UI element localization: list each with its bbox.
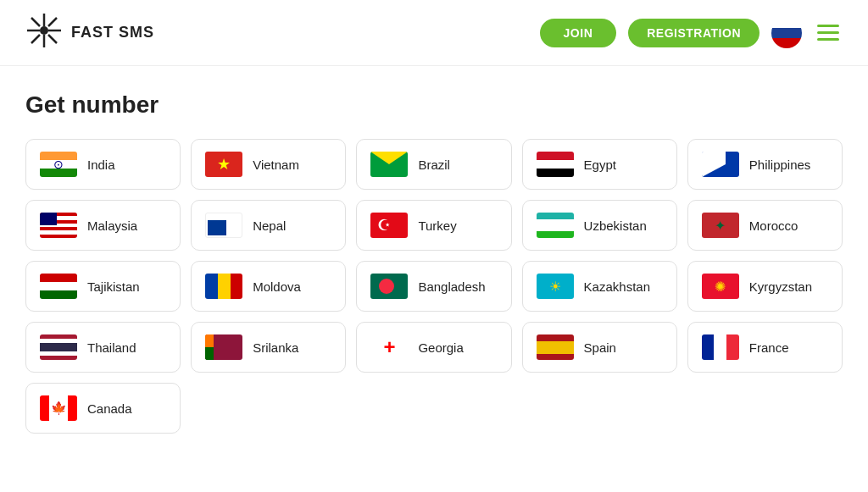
country-card-spain[interactable]: Spain <box>522 322 677 373</box>
country-card-georgia[interactable]: Georgia <box>356 322 511 373</box>
flag-egypt <box>537 152 574 177</box>
country-card-nepal[interactable]: Nepal <box>191 200 346 251</box>
flag-spain <box>537 334 574 360</box>
flag-philippines <box>702 152 739 177</box>
flag-malaysia <box>40 213 77 238</box>
svg-line-5 <box>31 18 40 26</box>
country-card-uzbekistan[interactable]: Uzbekistan <box>522 200 677 251</box>
header: FAST SMS JOIN REGISTRATION <box>0 0 868 66</box>
flag-moldova <box>205 274 242 299</box>
registration-button[interactable]: REGISTRATION <box>628 19 760 47</box>
country-name-brazil: Brazil <box>418 158 450 172</box>
country-name-spain: Spain <box>584 340 616 355</box>
flag-tajikistan <box>40 274 77 299</box>
country-name-egypt: Egypt <box>584 158 616 172</box>
flag-georgia <box>370 334 408 360</box>
country-name-france: France <box>749 340 789 355</box>
country-name-georgia: Georgia <box>418 340 463 355</box>
join-button[interactable]: JOIN <box>540 19 617 47</box>
flag-brazil <box>370 152 408 177</box>
country-card-thailand[interactable]: Thailand <box>25 322 181 373</box>
country-card-egypt[interactable]: Egypt <box>522 139 677 190</box>
flag-bangladesh <box>370 274 408 299</box>
flag-srilanka <box>205 334 242 360</box>
country-name-kazakhstan: Kazakhstan <box>584 279 650 294</box>
flag-canada: 🍁 <box>40 395 77 421</box>
logo[interactable]: FAST SMS <box>25 12 154 53</box>
flag-thailand <box>40 334 77 360</box>
flag-morocco <box>702 213 739 238</box>
country-name-tajikistan: Tajikistan <box>87 279 140 294</box>
main-content: Get number India Vietnam Brazil Egypt Ph… <box>0 66 868 467</box>
country-card-france[interactable]: France <box>687 322 843 373</box>
country-card-malaysia[interactable]: Malaysia <box>25 200 181 251</box>
hamburger-menu[interactable] <box>814 21 843 44</box>
country-name-philippines: Philippines <box>749 158 811 172</box>
country-card-kazakhstan[interactable]: Kazakhstan <box>522 261 677 312</box>
country-card-india[interactable]: India <box>25 139 181 190</box>
country-name-srilanka: Srilanka <box>253 340 298 355</box>
country-card-philippines[interactable]: Philippines <box>687 139 843 190</box>
country-card-bangladesh[interactable]: Bangladesh <box>356 261 511 312</box>
flag-nepal <box>205 213 242 238</box>
flag-france <box>702 334 739 360</box>
country-card-moldova[interactable]: Moldova <box>191 261 346 312</box>
country-card-srilanka[interactable]: Srilanka <box>191 322 346 373</box>
country-card-vietnam[interactable]: Vietnam <box>191 139 346 190</box>
language-flag[interactable] <box>771 18 802 48</box>
country-name-malaysia: Malaysia <box>87 218 137 233</box>
country-card-morocco[interactable]: Morocco <box>687 200 843 251</box>
country-name-thailand: Thailand <box>87 340 136 355</box>
svg-line-8 <box>31 35 40 43</box>
country-name-bangladesh: Bangladesh <box>418 279 485 294</box>
flag-vietnam <box>205 152 242 177</box>
flag-kyrgyzstan <box>702 274 739 299</box>
country-name-canada: Canada <box>87 401 132 416</box>
country-name-uzbekistan: Uzbekistan <box>584 218 647 233</box>
svg-point-0 <box>40 26 48 35</box>
logo-icon <box>25 12 63 53</box>
country-grid: India Vietnam Brazil Egypt Philippines M… <box>25 139 843 434</box>
flag-uzbekistan <box>537 213 574 238</box>
logo-text: FAST SMS <box>71 24 154 41</box>
country-name-nepal: Nepal <box>253 218 286 233</box>
page-title: Get number <box>25 91 843 119</box>
country-name-moldova: Moldova <box>253 279 301 294</box>
country-name-kyrgyzstan: Kyrgyzstan <box>749 279 812 294</box>
country-name-morocco: Morocco <box>749 218 798 233</box>
header-right: JOIN REGISTRATION <box>540 18 843 48</box>
country-card-turkey[interactable]: Turkey <box>356 200 511 251</box>
country-name-vietnam: Vietnam <box>253 158 299 172</box>
country-card-tajikistan[interactable]: Tajikistan <box>25 261 181 312</box>
country-card-brazil[interactable]: Brazil <box>356 139 511 190</box>
flag-turkey <box>370 213 408 238</box>
flag-india <box>40 152 77 177</box>
country-name-turkey: Turkey <box>418 218 456 233</box>
country-card-kyrgyzstan[interactable]: Kyrgyzstan <box>687 261 843 312</box>
svg-line-7 <box>48 18 57 26</box>
country-name-india: India <box>87 158 115 172</box>
svg-line-6 <box>48 35 57 43</box>
country-card-canada[interactable]: 🍁 Canada <box>25 383 181 434</box>
flag-kazakhstan <box>537 274 574 299</box>
